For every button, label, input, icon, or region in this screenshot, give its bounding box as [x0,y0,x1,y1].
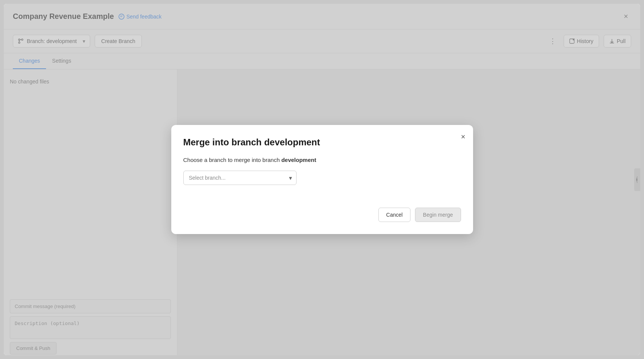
modal-actions: Cancel Begin merge [183,208,461,222]
begin-merge-button[interactable]: Begin merge [415,208,461,222]
branch-select[interactable]: Select branch... [183,171,297,185]
modal-branch-name: development [281,157,317,163]
cancel-button[interactable]: Cancel [378,208,411,222]
modal-title: Merge into branch development [183,137,461,148]
modal-close-button[interactable]: × [461,133,466,141]
main-panel: Company Revenue Example Send feedback × … [4,4,640,355]
modal-description: Choose a branch to merge into branch dev… [183,157,461,163]
merge-modal: × Merge into branch development Choose a… [171,125,473,234]
branch-select-wrapper: Select branch... ▾ [183,171,297,185]
modal-overlay: × Merge into branch development Choose a… [4,4,640,355]
